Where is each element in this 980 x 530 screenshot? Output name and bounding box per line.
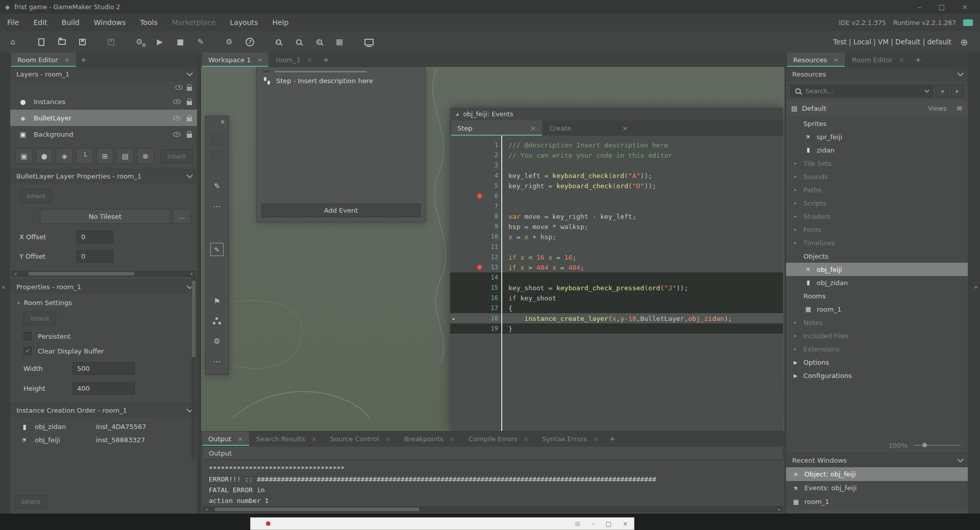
target-manager-button[interactable]: ⊕ [958, 35, 971, 48]
flag-tool-button[interactable]: ⚑ [206, 297, 228, 306]
code-line-3[interactable]: 3 [450, 160, 783, 170]
add-layer-button[interactable]: ⊞ [96, 148, 114, 164]
expand-icon[interactable]: ▶ [792, 373, 799, 378]
close-icon[interactable]: × [622, 124, 628, 132]
code-line-6[interactable]: 6 [450, 191, 783, 201]
tree-item-extensions[interactable]: ▸Extensions [786, 342, 968, 356]
edit-tool-button[interactable]: ✎ [206, 243, 228, 256]
tree-item-obj-zidan[interactable]: ▮obj_zidan [786, 276, 968, 289]
asset-layer-button[interactable]: ◈ [56, 148, 73, 164]
resource-search[interactable] [790, 85, 933, 97]
no-tileset-button[interactable]: No Tileset [40, 209, 170, 224]
resources-tab-resources[interactable]: Resources× [787, 53, 845, 67]
y-offset-input[interactable] [77, 250, 113, 263]
popup-grid-icon[interactable]: ⊞ [575, 520, 580, 527]
zoom-reset-button[interactable] [292, 35, 305, 48]
zoom-in-button[interactable]: + [312, 35, 326, 48]
expand-icon[interactable]: ▸ [792, 320, 799, 325]
tree-item-room-1[interactable]: ▦room_1 [786, 302, 968, 316]
line-margin[interactable] [450, 191, 487, 201]
code-line-18[interactable]: ▸18 instance_create_layer(x,y-18,BulletL… [450, 313, 783, 323]
lock-icon[interactable] [187, 87, 192, 91]
expand-icon[interactable]: ▸ [792, 333, 799, 338]
menu-build[interactable]: Build [62, 18, 80, 27]
menu-file[interactable]: File [7, 18, 19, 27]
collapse-icon[interactable]: ▾ [792, 293, 799, 298]
zoom-slider[interactable] [914, 445, 961, 446]
close-icon[interactable]: × [385, 435, 391, 443]
step-event-item[interactable]: Step - Insert description here [257, 72, 425, 89]
close-icon[interactable]: × [524, 435, 529, 443]
instance-creation-order-header[interactable]: Instance Creation Order - room_1 [10, 403, 197, 417]
expand-icon[interactable]: ▸ [792, 214, 799, 219]
code-line-11[interactable]: 11 [450, 242, 783, 252]
tree-item-fonts[interactable]: ▸Fonts [786, 223, 968, 236]
code-line-9[interactable]: 9hsp = move * walksp; [450, 221, 783, 232]
line-margin[interactable] [450, 160, 487, 170]
collapse-icon[interactable]: ▾ [792, 254, 799, 259]
expand-icon[interactable]: ▸ [792, 161, 799, 166]
zoom-out-button[interactable]: − [272, 35, 285, 48]
resources-header[interactable]: Resources [786, 67, 968, 81]
build-settings-button[interactable]: ⚙⚙ [133, 35, 146, 48]
room-settings-group[interactable]: ▾ Room Settings [10, 294, 197, 307]
layer-row-bulletlayer[interactable]: ◈BulletLayer [10, 110, 197, 126]
inherit-bottom-button[interactable]: Inherit [14, 495, 47, 509]
line-margin[interactable] [450, 221, 487, 232]
game-window-titlebar[interactable]: ⊞ – □ × [250, 517, 634, 530]
expand-icon[interactable]: ▸ [792, 240, 799, 245]
line-margin[interactable] [450, 150, 487, 160]
inheritance-tool-button[interactable] [206, 317, 228, 324]
code-line-2[interactable]: 2// You can write your code in this edit… [450, 150, 783, 160]
expand-icon[interactable]: ▸ [792, 187, 799, 192]
vertical-scrollbar[interactable] [191, 274, 196, 461]
output-tab-search-results[interactable]: Search Results× [250, 432, 323, 446]
line-margin[interactable] [450, 232, 487, 242]
close-icon[interactable]: × [530, 124, 536, 132]
inherit-room-settings-button[interactable]: Inherit [23, 312, 56, 325]
clear-buffer-checkbox[interactable]: ✓ [23, 347, 32, 355]
tree-item-sprites[interactable]: ▾Sprites [786, 117, 968, 130]
output-log[interactable]: **********************************ERROR!… [201, 460, 785, 507]
layers-header[interactable]: Layers - room_1 [10, 67, 197, 81]
line-margin[interactable] [450, 293, 487, 303]
expand-icon[interactable]: ▸ [792, 174, 799, 179]
output-tab-breakpoints[interactable]: Breakpoints× [398, 432, 461, 446]
settings-button[interactable]: ⚙ [223, 35, 236, 48]
line-margin[interactable]: ▸ [450, 313, 487, 323]
tree-item-timelines[interactable]: ▸Timelines [786, 236, 968, 249]
eye-icon[interactable] [175, 85, 183, 90]
line-margin[interactable] [450, 140, 487, 150]
recent-window-events-obj-feiji[interactable]: ✈Events: obj_feiji [786, 481, 968, 495]
new-tab-button[interactable]: + [77, 53, 90, 67]
save-project-button[interactable] [76, 35, 89, 48]
tree-item-tile-sets[interactable]: ▸Tile Sets [786, 157, 968, 170]
code-line-16[interactable]: 16if key_shoot [450, 293, 783, 303]
slider-knob[interactable] [922, 443, 927, 447]
code-line-10[interactable]: 10x = x + hsp; [450, 232, 783, 242]
expand-icon[interactable]: ▶ [792, 360, 799, 365]
close-icon[interactable]: × [899, 56, 904, 64]
new-project-button[interactable] [35, 35, 48, 48]
search-prev-button[interactable]: ◂ [936, 85, 948, 97]
eye-icon[interactable] [173, 99, 181, 104]
instance-row-obj-zidan[interactable]: ▮obj_zidaninst_4DA75567 [20, 423, 197, 431]
tree-item-notes[interactable]: ▸Notes [786, 316, 968, 329]
line-margin[interactable] [450, 323, 487, 334]
horizontal-scrollbar[interactable]: ◂ ▸ [12, 271, 195, 276]
help-button[interactable]: ? [243, 35, 256, 48]
event-tab-create[interactable]: Create× [543, 120, 634, 136]
maximize-button[interactable]: □ [939, 3, 945, 11]
output-scrollbar[interactable]: ◂ ▸ [203, 507, 783, 512]
delete-layer-button[interactable]: ⊗ [137, 148, 154, 164]
tree-item-scripts[interactable]: ▸Scripts [786, 196, 968, 210]
inherit-layer-button[interactable]: Inherit [19, 189, 52, 203]
eye-icon[interactable] [173, 116, 181, 120]
menu-edit[interactable]: Edit [33, 18, 47, 27]
add-event-button[interactable]: Add Event [261, 204, 421, 217]
room-canvas[interactable]: Step - Insert description here Add Event… [201, 67, 785, 431]
popup-close-button[interactable]: × [623, 520, 628, 527]
scrollbar-thumb[interactable] [215, 508, 419, 511]
right-collapse-gutter[interactable]: » [968, 53, 980, 514]
scrollbar-thumb[interactable] [192, 281, 195, 357]
